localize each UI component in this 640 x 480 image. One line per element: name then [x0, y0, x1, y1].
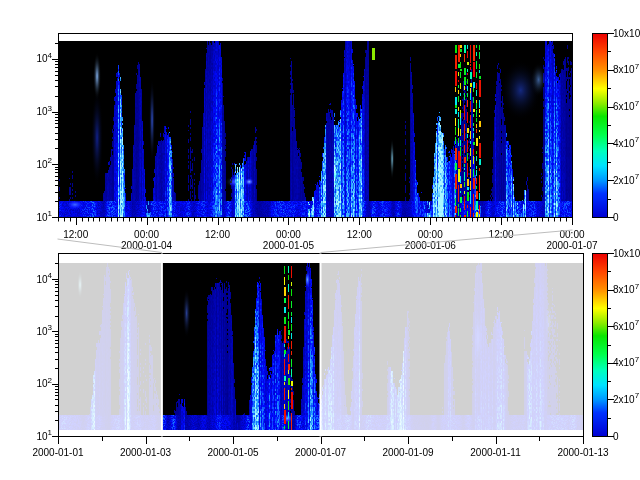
- colorbar-tick-label: 2x107: [613, 391, 640, 405]
- y-tick-label: 102: [36, 376, 52, 390]
- connector-line-right: [321, 230, 573, 253]
- connector-line-left: [58, 239, 163, 253]
- colorbar-tick-label: 10x107: [613, 245, 640, 259]
- colorbar-tick-label: 8x107: [613, 62, 640, 76]
- x-tick-date-label: 2000-01-07: [295, 447, 347, 458]
- y-tick-label: 101: [36, 428, 52, 442]
- context-heatmap[interactable]: [58, 263, 583, 430]
- x-tick-date-label: 2000-01-07: [546, 240, 598, 251]
- detail-heatmap: [58, 41, 572, 217]
- x-tick-time-label: 12:00: [63, 229, 88, 240]
- context-colorbar: [592, 253, 608, 436]
- x-tick-time-label: 00:00: [134, 229, 159, 240]
- x-tick-date-label: 2000-01-01: [32, 447, 84, 458]
- y-tick-label: 103: [36, 323, 52, 337]
- x-tick-date-label: 2000-01-05: [263, 240, 315, 251]
- x-tick-date-label: 2000-01-09: [382, 447, 434, 458]
- x-tick-time-label: 12:00: [489, 229, 514, 240]
- colorbar-tick-label: 4x107: [613, 355, 640, 369]
- x-tick-date-label: 2000-01-05: [207, 447, 259, 458]
- colorbar-tick-label: 4x107: [613, 135, 640, 149]
- x-tick-time-label: 00:00: [276, 229, 301, 240]
- detail-colorbar: [592, 33, 608, 217]
- x-tick-date-label: 2000-01-13: [557, 447, 609, 458]
- y-tick-label: 104: [36, 271, 52, 285]
- colorbar-tick-label: 0: [613, 431, 619, 442]
- y-tick-label: 103: [36, 104, 52, 118]
- x-tick-date-label: 2000-01-06: [405, 240, 457, 251]
- y-tick-label: 104: [36, 51, 52, 65]
- x-tick-time-label: 00:00: [559, 229, 584, 240]
- x-tick-time-label: 12:00: [347, 229, 372, 240]
- spectrogram-figure: 12:0000:002000-01-0412:0000:002000-01-05…: [0, 0, 640, 480]
- colorbar-tick-label: 2x107: [613, 172, 640, 186]
- x-tick-date-label: 2000-01-04: [121, 240, 173, 251]
- y-tick-label: 102: [36, 156, 52, 170]
- x-tick-date-label: 2000-01-03: [120, 447, 172, 458]
- y-tick-label: 101: [36, 209, 52, 223]
- colorbar-tick-label: 6x107: [613, 99, 640, 113]
- colorbar-tick-label: 6x107: [613, 318, 640, 332]
- x-tick-date-label: 2000-01-11: [470, 447, 521, 458]
- x-tick-time-label: 00:00: [418, 229, 443, 240]
- x-tick-time-label: 12:00: [205, 229, 230, 240]
- colorbar-tick-label: 10x107: [613, 25, 640, 39]
- colorbar-tick-label: 8x107: [613, 282, 640, 296]
- colorbar-tick-label: 0: [613, 212, 619, 223]
